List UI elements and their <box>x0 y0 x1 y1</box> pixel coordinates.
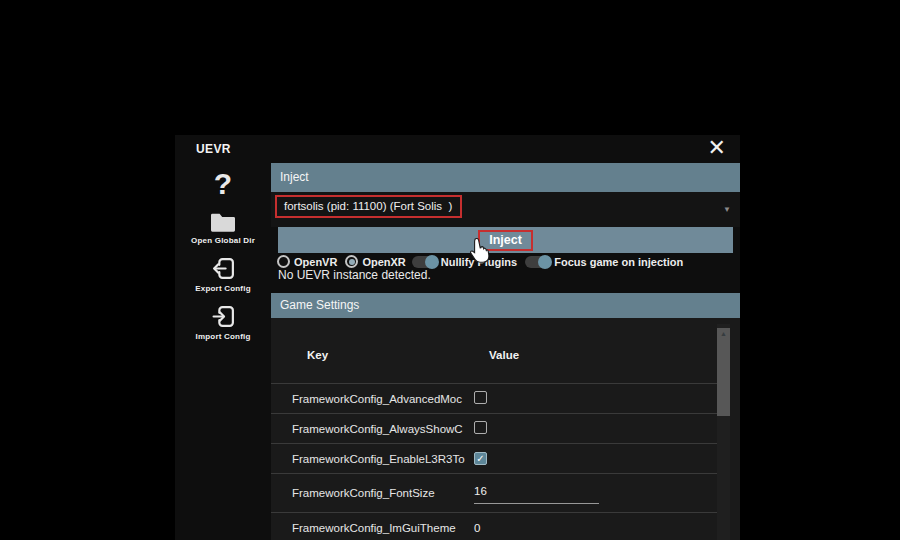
table-row: FrameworkConfig_ImGuiTheme0 <box>271 512 717 540</box>
radio-openvr-label: OpenVR <box>294 256 337 268</box>
sidebar-item-label: Export Config <box>175 284 271 293</box>
window-title: UEVR <box>196 142 231 156</box>
settings-table-head: Key Value <box>271 318 740 383</box>
setting-value-cell <box>474 391 717 406</box>
setting-value-cell <box>474 421 717 436</box>
export-icon <box>175 256 271 281</box>
mouse-cursor-icon <box>466 237 491 271</box>
setting-key: FrameworkConfig_AlwaysShowC <box>292 423 474 435</box>
game-settings-header: Game Settings <box>271 293 740 318</box>
sidebar-item-import-config[interactable]: Import Config <box>175 304 271 341</box>
setting-checkbox-checked[interactable]: ✓ <box>474 452 487 465</box>
table-row: FrameworkConfig_EnableL3R3To✓ <box>271 443 717 473</box>
toggle-knob <box>425 255 439 269</box>
sidebar-item-export-config[interactable]: Export Config <box>175 256 271 293</box>
setting-value-cell: 16 <box>474 483 717 504</box>
radio-openxr[interactable] <box>345 255 358 268</box>
setting-key: FrameworkConfig_ImGuiTheme <box>292 522 474 534</box>
toggle-nullify-plugins[interactable] <box>412 256 438 268</box>
status-text: No UEVR instance detected. <box>278 268 431 282</box>
setting-text-input[interactable]: 16 <box>474 485 599 504</box>
table-row: FrameworkConfig_AlwaysShowC <box>271 413 717 443</box>
sidebar-item-label: Open Global Dir <box>175 236 271 245</box>
toggle-focus-game[interactable] <box>525 256 551 268</box>
main-panel: Inject fortsolis (pid: 11100) (Fort Soli… <box>271 163 740 540</box>
scrollbar[interactable]: ▲ <box>717 324 730 540</box>
sidebar-item-open-global-dir[interactable]: Open Global Dir <box>175 212 271 245</box>
setting-value-cell: ✓ <box>474 452 717 466</box>
uevr-window: UEVR ✕ ? Open Global Dir Export Config <box>175 135 740 540</box>
import-icon <box>175 304 271 329</box>
sidebar: ? Open Global Dir Export Config <box>175 165 271 341</box>
toggle-focus-game-label: Focus game on injection <box>554 256 683 268</box>
radio-openxr-label: OpenXR <box>362 256 405 268</box>
setting-checkbox[interactable] <box>474 391 487 404</box>
setting-key: FrameworkConfig_AdvancedMoc <box>292 393 474 405</box>
sidebar-item-label: Import Config <box>175 332 271 341</box>
setting-key: FrameworkConfig_FontSize <box>292 487 474 499</box>
setting-checkbox[interactable] <box>474 421 487 434</box>
toggle-knob <box>538 255 552 269</box>
inject-section-header: Inject <box>271 163 740 192</box>
settings-table-body: FrameworkConfig_AdvancedMocFrameworkConf… <box>271 383 717 540</box>
setting-value-cell: 0 <box>474 522 717 534</box>
process-dropdown-value: fortsolis (pid: 11100) (Fort Solis ) <box>275 195 462 218</box>
chevron-down-icon: ▼ <box>723 205 731 214</box>
scroll-up-icon: ▲ <box>717 328 730 340</box>
setting-number-value[interactable]: 0 <box>474 522 480 534</box>
close-icon[interactable]: ✕ <box>708 135 726 161</box>
table-row: FrameworkConfig_AdvancedMoc <box>271 383 717 413</box>
table-row: FrameworkConfig_FontSize16 <box>271 473 717 512</box>
inject-button[interactable]: Inject <box>278 227 733 253</box>
process-dropdown[interactable]: fortsolis (pid: 11100) (Fort Solis ) ▼ <box>271 192 740 227</box>
radio-selected-dot <box>349 259 355 265</box>
settings-table: Key Value FrameworkConfig_AdvancedMocFra… <box>271 318 740 540</box>
folder-icon <box>175 212 271 233</box>
scrollbar-thumb[interactable]: ▲ <box>717 328 730 416</box>
radio-openvr[interactable] <box>277 255 290 268</box>
column-header-key: Key <box>307 349 328 361</box>
setting-key: FrameworkConfig_EnableL3R3To <box>292 453 474 465</box>
help-button[interactable]: ? <box>175 167 271 201</box>
column-header-value: Value <box>489 349 519 361</box>
